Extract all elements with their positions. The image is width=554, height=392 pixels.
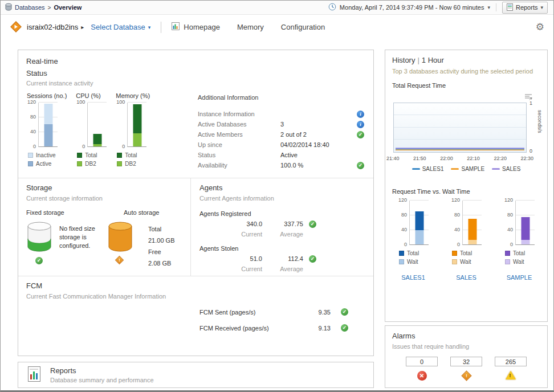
databases-icon xyxy=(5,3,12,12)
alarm-critical[interactable]: 0 ✕ xyxy=(406,357,438,381)
tab-homepage[interactable]: Homepage xyxy=(172,22,220,32)
y-axis-label: seconds/s xyxy=(537,110,543,133)
legend-swatch xyxy=(399,259,404,264)
agents-stolen-label: Agents Stolen xyxy=(199,245,239,252)
bar-segment-total xyxy=(133,104,141,133)
plot-area xyxy=(462,201,482,245)
legend-label: Total xyxy=(460,250,472,256)
chart-legend: TotalDB2 xyxy=(117,152,150,167)
time-range-caret-icon[interactable]: ▾ xyxy=(487,5,490,10)
select-database-caret-icon: ▾ xyxy=(148,24,151,30)
chart-title: CPU (%) xyxy=(76,92,107,99)
y-tick-label: 80 xyxy=(507,212,513,218)
legend-swatch xyxy=(452,251,457,256)
line-chart-title: Total Request Time xyxy=(392,82,446,89)
legend-item: Wait xyxy=(505,259,535,265)
legend-label: Total xyxy=(125,152,137,158)
chart-legend: TotalDB2 xyxy=(77,152,107,167)
database-link[interactable]: SALES xyxy=(456,274,476,281)
legend-label: DB2 xyxy=(125,161,136,167)
status-charts-row: Sessions (no.)12080400InactiveActive CPU… xyxy=(27,92,150,167)
plot-area xyxy=(515,201,535,245)
y-tick-label: 0 xyxy=(510,242,513,247)
fcm-received-label: FCM Received (pages/s) xyxy=(199,325,269,332)
stacked-bar xyxy=(415,211,423,244)
y-tick-label: 80 xyxy=(454,212,460,218)
main-content: Real-time Status Current instance activi… xyxy=(1,39,553,390)
status-title: Status xyxy=(26,69,47,77)
y-tick-label: 0 xyxy=(82,144,85,149)
plot-area xyxy=(409,201,429,245)
legend-item: Total xyxy=(452,250,482,256)
storage-subtitle: Current storage information xyxy=(26,195,103,202)
gridline xyxy=(128,102,146,103)
bar-segment-wait xyxy=(415,230,423,244)
sales1-bar-chart: 12080400TotalWait xyxy=(398,201,429,265)
gridline xyxy=(463,200,482,201)
stacked-bar xyxy=(93,134,101,146)
info-row: Up since 04/02/2014 18:40 xyxy=(198,140,364,150)
stacked-bar xyxy=(468,219,476,244)
select-database-label: Select Database xyxy=(91,23,145,31)
alarm-warning[interactable]: 32 ! xyxy=(450,357,482,381)
topbar: Databases > Overview Monday, April 7, 20… xyxy=(1,1,553,15)
bar-segment-wait xyxy=(521,240,529,244)
legend-label: DB2 xyxy=(85,161,96,167)
info-icon[interactable]: i xyxy=(357,121,364,128)
legend-item: Inactive xyxy=(28,152,67,158)
bar-segment-active xyxy=(44,124,52,146)
tab-memory[interactable]: Memory xyxy=(237,23,264,31)
select-database-dropdown[interactable]: Select Database ▾ xyxy=(91,23,150,31)
legend-item: Total xyxy=(399,250,429,256)
y-tick-label: 0 xyxy=(33,144,36,149)
instance-name[interactable]: israix02-idb2ins xyxy=(27,23,78,31)
agents-subtitle: Current Agents information xyxy=(199,195,274,202)
divider xyxy=(190,178,191,276)
chart-plot-row: 12080400 xyxy=(398,201,429,245)
info-row: Active Members 2 out of 2 ✓ xyxy=(198,129,364,140)
average-label: Average xyxy=(269,231,303,238)
alarms-subtitle: Issues that require handling xyxy=(392,343,469,350)
database-link[interactable]: SAMPLE xyxy=(507,274,532,281)
total-request-time-chart xyxy=(393,103,527,153)
storage-title: Storage xyxy=(26,183,52,192)
time-range-selector[interactable]: Monday, April 7, 2014 9:37:49 PM - Now 6… xyxy=(340,4,484,11)
reports-panel-icon xyxy=(27,366,42,384)
instance-icon xyxy=(10,21,22,34)
breadcrumb-databases[interactable]: Databases xyxy=(15,4,45,11)
database-link[interactable]: SALES1 xyxy=(401,274,425,281)
request-vs-wait-title: Request Time vs. Wait Time xyxy=(392,188,470,195)
y-axis: 12080400 xyxy=(398,201,409,245)
tab-configuration[interactable]: Configuration xyxy=(281,23,325,31)
gridline xyxy=(463,215,482,215)
info-icon[interactable]: i xyxy=(357,111,364,118)
legend-label: Total xyxy=(85,152,97,158)
bar-segment-inactive xyxy=(44,104,52,124)
chart-plot-row: 12080400 xyxy=(504,201,535,245)
sales-bar-chart: 12080400TotalWait xyxy=(451,201,482,265)
y-tick-label: 40 xyxy=(401,227,407,232)
ok-status-icon: ✓ xyxy=(357,162,364,169)
average-label: Average xyxy=(269,266,303,272)
legend-label: Inactive xyxy=(36,152,55,158)
y-tick-label: 100 xyxy=(116,99,125,105)
reports-button-label: Reports xyxy=(516,4,538,11)
chart-legend: TotalWait xyxy=(452,250,482,265)
instance-arrow-icon: ▸ xyxy=(81,24,84,30)
y-tick-label: 80 xyxy=(30,114,36,120)
legend-label: Total xyxy=(407,250,419,256)
reports-button[interactable]: Reports ▾ xyxy=(502,2,548,14)
legend-swatch xyxy=(492,168,500,170)
chart-title: Memory (%) xyxy=(116,92,150,99)
chart-plot-row: 1000 xyxy=(76,103,107,147)
alarm-count: 265 xyxy=(495,357,527,366)
chart-plot-row: 1000 xyxy=(116,103,150,147)
bar-segment-wait xyxy=(468,240,476,244)
agents-registered-label: Agents Registered xyxy=(199,210,251,217)
reports-panel[interactable]: Reports Database summary and performance xyxy=(18,362,374,388)
settings-gear-icon[interactable]: ⚙ xyxy=(536,22,544,32)
alarm-caution[interactable]: 265 ! xyxy=(495,357,527,381)
legend-swatch xyxy=(77,153,82,158)
fcm-received-value: 9.13 xyxy=(296,325,331,332)
report-document-icon xyxy=(507,3,513,12)
